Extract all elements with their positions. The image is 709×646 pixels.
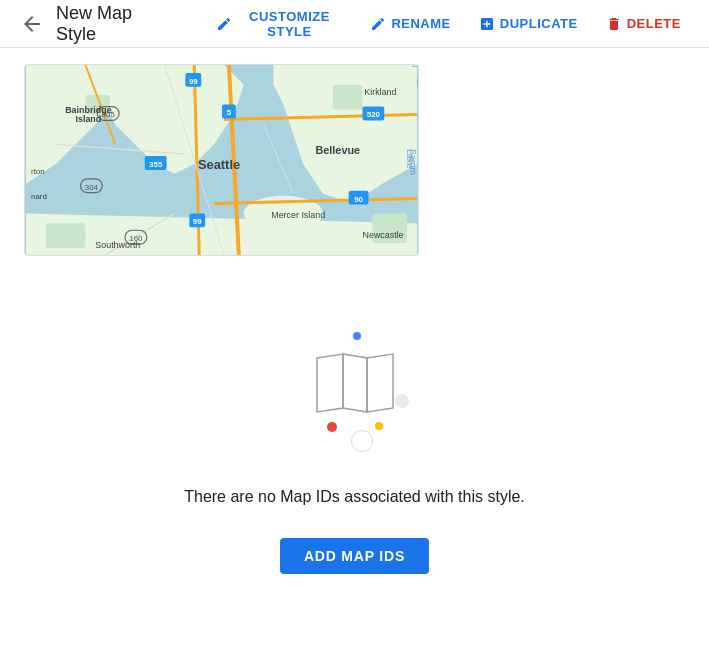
svg-text:99: 99 <box>193 217 202 226</box>
add-map-ids-button[interactable]: ADD MAP IDS <box>280 538 429 574</box>
duplicate-icon <box>479 16 495 32</box>
svg-text:Redmond: Redmond <box>417 77 418 87</box>
decoration-circle-outline <box>351 430 373 452</box>
decoration-dot-yellow <box>375 422 383 430</box>
svg-text:Si: Si <box>412 65 418 69</box>
svg-text:Island: Island <box>76 114 102 124</box>
empty-state: There are no Map IDs associated with thi… <box>24 288 685 606</box>
svg-text:304: 304 <box>85 183 99 192</box>
map-thumbnail: 99 5 99 520 90 355 305 304 160 <box>24 64 419 256</box>
decoration-dot-blue <box>353 332 361 340</box>
decoration-dot-red <box>327 422 337 432</box>
svg-text:Samm: Samm <box>408 149 418 175</box>
rename-icon <box>370 16 386 32</box>
svg-text:5: 5 <box>227 108 232 117</box>
empty-message: There are no Map IDs associated with thi… <box>184 488 525 506</box>
rename-button[interactable]: RENAME <box>358 10 462 38</box>
svg-text:90: 90 <box>354 195 363 204</box>
svg-text:Newcastle: Newcastle <box>363 230 404 240</box>
svg-rect-8 <box>46 223 86 248</box>
svg-text:rton: rton <box>31 167 45 176</box>
svg-text:Bellevue: Bellevue <box>315 144 360 156</box>
header-actions: CUSTOMIZE STYLE RENAME DUPLICATE <box>204 3 693 45</box>
svg-text:355: 355 <box>149 160 163 169</box>
delete-label: DELETE <box>627 16 681 31</box>
delete-button[interactable]: DELETE <box>594 10 693 38</box>
duplicate-button[interactable]: DUPLICATE <box>467 10 590 38</box>
rename-label: RENAME <box>391 16 450 31</box>
duplicate-label: DUPLICATE <box>500 16 578 31</box>
svg-text:520: 520 <box>367 110 381 119</box>
map-fold-icon <box>315 350 395 418</box>
back-button[interactable] <box>16 8 48 40</box>
main-content: 99 5 99 520 90 355 305 304 160 <box>0 48 709 622</box>
customize-style-button[interactable]: CUSTOMIZE STYLE <box>204 3 355 45</box>
svg-rect-7 <box>333 85 363 110</box>
svg-text:99: 99 <box>189 77 198 86</box>
customize-label: CUSTOMIZE STYLE <box>237 9 343 39</box>
svg-text:Bainbridge: Bainbridge <box>65 105 111 115</box>
page-title: New Map Style <box>56 3 172 45</box>
decoration-dot-gray-medium <box>395 394 409 408</box>
delete-icon <box>606 16 622 32</box>
empty-illustration <box>275 304 435 464</box>
svg-text:Southworth: Southworth <box>95 240 140 250</box>
svg-text:Kirkland: Kirkland <box>364 87 396 97</box>
app-header: New Map Style CUSTOMIZE STYLE RENAME <box>0 0 709 48</box>
svg-text:Mercer Island: Mercer Island <box>271 210 325 220</box>
svg-text:nard: nard <box>31 192 47 201</box>
customize-icon <box>216 16 232 32</box>
svg-text:Seattle: Seattle <box>198 157 240 172</box>
